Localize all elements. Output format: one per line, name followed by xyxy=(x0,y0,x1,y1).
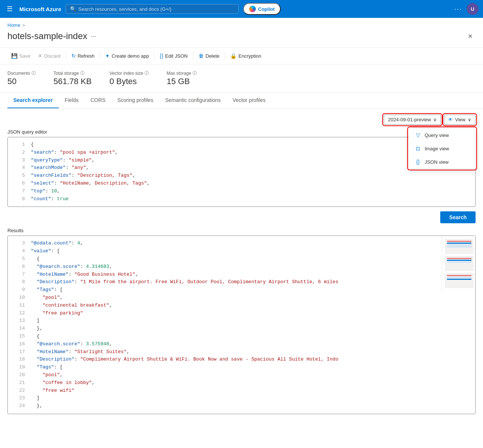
global-search-input[interactable] xyxy=(78,6,235,12)
query-view-label: Query view xyxy=(425,132,449,138)
search-button-row: Search xyxy=(7,211,476,223)
stat-max-info-icon[interactable]: ⓘ xyxy=(193,70,197,76)
dropdown-json-view[interactable]: {} JSON view xyxy=(409,155,475,169)
view-chevron-icon: ∨ xyxy=(468,117,471,122)
toolbar-sep-4 xyxy=(193,51,193,60)
stat-documents-value: 50 xyxy=(7,77,36,86)
breadcrumb-sep: > xyxy=(23,23,25,28)
result-line-15: 15 { xyxy=(8,333,475,340)
result-line-17: 17 "HotelName": "Starlight Suites", xyxy=(8,348,475,356)
save-button[interactable]: 💾 Save xyxy=(7,51,34,61)
image-view-label: Image view xyxy=(425,146,449,151)
editor-line-2: 2 "search": "pool spa +airport", xyxy=(8,149,475,157)
delete-icon: 🗑 xyxy=(199,53,204,59)
copilot-logo-icon xyxy=(249,6,256,12)
stat-max-storage-value: 15 GB xyxy=(167,77,197,86)
content-area: 2024-09-01-preview ∨ 👁 View ∨ ▽ Query vi… xyxy=(0,109,483,420)
stat-max-storage: Max storage ⓘ 15 GB xyxy=(167,70,197,86)
search-button[interactable]: Search xyxy=(440,211,476,223)
hamburger-icon[interactable]: ☰ xyxy=(4,3,15,15)
json-editor[interactable]: 1 { 2 "search": "pool spa +airport", 3 "… xyxy=(7,137,476,207)
breadcrumb: Home > xyxy=(0,18,483,29)
result-line-21: 21 "coffee in lobby", xyxy=(8,379,475,387)
stat-vector-info-icon[interactable]: ⓘ xyxy=(145,70,149,76)
stat-documents: Documents ⓘ 50 xyxy=(7,70,36,86)
copilot-button[interactable]: Copilot xyxy=(243,3,281,15)
json-view-icon: {} xyxy=(415,159,421,165)
thumbnail-1 xyxy=(445,239,473,254)
tab-semantic-configurations[interactable]: Semantic configurations xyxy=(159,93,226,108)
search-icon: 🔍 xyxy=(70,6,76,12)
encryption-button[interactable]: 🔒 Encryption xyxy=(226,51,265,61)
stat-total-storage-value: 561.78 KB xyxy=(54,77,92,86)
global-search[interactable]: 🔍 xyxy=(66,4,239,14)
result-line-20: 20 "pool", xyxy=(8,371,475,379)
toolbar-sep-3 xyxy=(154,51,155,60)
nav-more-icon[interactable]: ··· xyxy=(454,5,462,13)
result-line-9: 9 "Tags": [ xyxy=(8,286,475,294)
editor-line-8: 8 "count": true xyxy=(8,195,475,203)
result-line-5: 5 { xyxy=(8,255,475,263)
edit-json-icon: {} xyxy=(160,53,163,59)
editor-line-3: 3 "queryType": "simple", xyxy=(8,157,475,164)
create-demo-icon: ✦ xyxy=(105,53,110,59)
tabs-row: Search explorer Fields CORS Scoring prof… xyxy=(0,93,483,109)
tab-scoring-profiles[interactable]: Scoring profiles xyxy=(112,93,160,108)
thumbnail-2 xyxy=(445,256,473,271)
stat-documents-info-icon[interactable]: ⓘ xyxy=(32,70,36,76)
result-line-24: 24 }, xyxy=(8,402,475,410)
results-area: 3 "@odata.count": 4, 4 "value": [ 5 { 6 … xyxy=(7,236,476,414)
result-line-6: 6 "@search.score": 4.314683, xyxy=(8,263,475,271)
editor-line-5: 5 "searchFields": "Description, Tags", xyxy=(8,172,475,180)
edit-json-button[interactable]: {} Edit JSON xyxy=(156,51,191,61)
tab-vector-profiles[interactable]: Vector profiles xyxy=(227,93,272,108)
dropdown-query-view[interactable]: ▽ Query view xyxy=(409,128,475,142)
view-eye-icon: 👁 xyxy=(448,117,453,122)
dropdown-image-view[interactable]: ⊡ Image view xyxy=(409,142,475,155)
breadcrumb-home[interactable]: Home xyxy=(7,22,20,28)
result-line-10: 10 "pool", xyxy=(8,294,475,302)
results-label: Results xyxy=(7,228,476,233)
view-row: 2024-09-01-preview ∨ 👁 View ∨ ▽ Query vi… xyxy=(7,115,476,125)
json-view-label: JSON view xyxy=(425,159,448,165)
avatar[interactable]: U xyxy=(467,3,479,15)
encryption-icon: 🔒 xyxy=(230,53,236,59)
stat-vector-index-value: 0 Bytes xyxy=(109,77,149,86)
refresh-button[interactable]: ↻ Refresh xyxy=(68,51,99,61)
tab-cors[interactable]: CORS xyxy=(84,93,111,108)
result-line-14: 14 }, xyxy=(8,325,475,333)
page-title-more-icon[interactable]: ··· xyxy=(91,32,97,40)
result-line-22: 22 "free wifi" xyxy=(8,387,475,395)
main-content: Home > hotels-sample-index ··· ✕ 💾 Save … xyxy=(0,18,483,448)
toolbar-sep-5 xyxy=(225,51,225,60)
view-dropdown-button[interactable]: 👁 View ∨ xyxy=(444,115,476,125)
editor-line-4: 4 "searchMode": "any", xyxy=(8,164,475,172)
stat-vector-index: Vector index size ⓘ 0 Bytes xyxy=(109,70,149,86)
result-line-13: 13 ] xyxy=(8,317,475,325)
toolbar: 💾 Save ✕ Discard ↻ Refresh ✦ Create demo… xyxy=(0,47,483,64)
discard-button[interactable]: ✕ Discard xyxy=(34,51,64,61)
result-line-3: 3 "@odata.count": 4, xyxy=(8,240,475,247)
tab-search-explorer[interactable]: Search explorer xyxy=(7,93,59,108)
result-line-16: 16 "@search.score": 3.575948, xyxy=(8,340,475,348)
result-line-23: 23 ] xyxy=(8,394,475,402)
save-icon: 💾 xyxy=(11,53,17,59)
view-dropdown-menu: ▽ Query view ⊡ Image view {} JSON view xyxy=(409,128,476,169)
result-line-11: 11 "continental breakfast", xyxy=(8,302,475,310)
tab-fields[interactable]: Fields xyxy=(59,93,84,108)
editor-line-6: 6 "select": "HotelName, Description, Tag… xyxy=(8,180,475,188)
image-view-icon: ⊡ xyxy=(415,145,421,151)
editor-line-1: 1 { xyxy=(8,141,475,149)
toolbar-sep-1 xyxy=(66,51,66,60)
api-version-chevron-icon: ∨ xyxy=(433,117,437,122)
close-icon[interactable]: ✕ xyxy=(465,31,476,41)
editor-line-7: 7 "top": 10, xyxy=(8,188,475,195)
page-title: hotels-sample-index xyxy=(7,31,87,41)
editor-label: JSON query editor xyxy=(7,129,476,135)
api-version-select[interactable]: 2024-09-01-preview ∨ xyxy=(384,115,441,125)
stat-storage-info-icon[interactable]: ⓘ xyxy=(80,70,84,76)
delete-button[interactable]: 🗑 Delete xyxy=(195,51,223,61)
page-title-row: hotels-sample-index ··· ✕ xyxy=(0,29,483,47)
query-view-icon: ▽ xyxy=(415,132,421,138)
create-demo-button[interactable]: ✦ Create demo app xyxy=(102,51,152,61)
